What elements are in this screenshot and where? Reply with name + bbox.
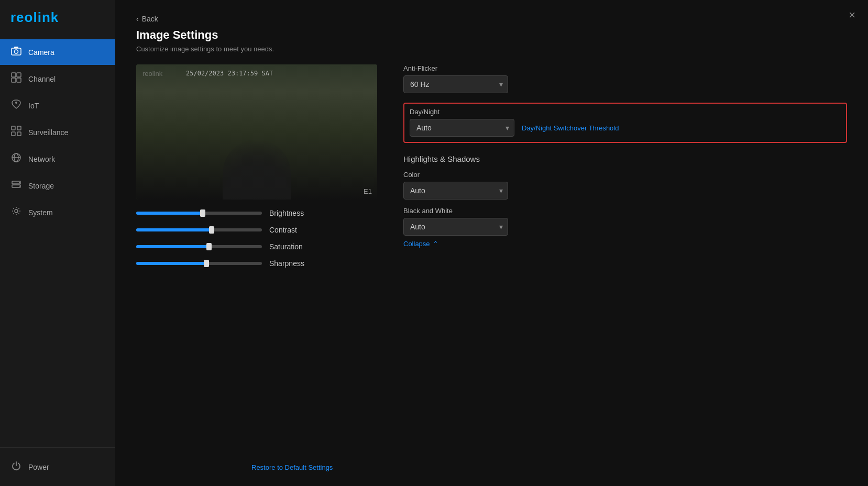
anti-flicker-group: Anti-Flicker 50 Hz 60 Hz Outdoor [403,64,847,93]
saturation-label: Saturation [269,242,311,251]
sidebar-bottom: Power [0,447,115,486]
sidebar-item-network-label: Network [28,155,55,163]
brightness-fill [136,212,203,215]
brightness-thumb[interactable] [200,209,205,217]
anti-flicker-select[interactable]: 50 Hz 60 Hz Outdoor [403,75,508,93]
svg-rect-4 [17,73,21,77]
highlights-shadows-title: Highlights & Shadows [403,154,847,163]
svg-point-17 [19,182,20,183]
camera-preview-section: reolink 25/02/2023 23:17:59 SAT E1 Brigh… [136,64,377,268]
svg-rect-3 [12,73,16,77]
right-panel: Anti-Flicker 50 Hz 60 Hz Outdoor Day/Nig… [403,64,847,248]
camera-preview-box: reolink 25/02/2023 23:17:59 SAT E1 [136,64,377,200]
preview-timestamp: 25/02/2023 23:17:59 SAT [186,70,377,77]
camera-icon [10,46,22,59]
day-night-label: Day/Night [410,108,841,116]
sidebar-item-storage-label: Storage [28,182,54,190]
sharpness-row: Sharpness [136,259,377,268]
color-label: Color [403,171,847,179]
sidebar-item-system-label: System [28,208,53,217]
content-row: reolink 25/02/2023 23:17:59 SAT E1 Brigh… [136,64,847,268]
svg-rect-10 [12,132,15,136]
svg-point-7 [15,102,17,104]
sharpness-slider[interactable] [136,262,262,265]
svg-rect-6 [17,78,21,82]
logo-re: re [10,9,25,25]
sidebar-item-system[interactable]: System [0,200,115,225]
page-title: Image Settings [136,28,847,42]
anti-flicker-select-wrapper: 50 Hz 60 Hz Outdoor [403,75,508,93]
sharpness-fill [136,262,206,265]
power-item[interactable]: Power [10,456,105,478]
color-select[interactable]: Auto Low Medium High [403,182,508,200]
svg-rect-0 [12,48,21,55]
black-white-select[interactable]: Auto Low Medium High [403,218,508,236]
svg-point-18 [19,186,20,187]
svg-point-19 [15,209,18,213]
sharpness-thumb[interactable] [204,260,209,267]
logo-text: reolink [10,9,59,26]
collapse-arrow-icon: ⌃ [433,240,438,248]
contrast-fill [136,228,212,231]
contrast-thumb[interactable] [209,226,214,234]
close-button[interactable]: × [849,9,855,21]
sidebar-item-surveillance[interactable]: Surveillance [0,119,115,145]
iot-icon [10,99,22,112]
restore-defaults-link[interactable]: Restore to Default Settings [251,463,333,471]
svg-rect-5 [12,78,16,82]
contrast-slider[interactable] [136,228,262,231]
sliders-section: Brightness Contrast Saturation [136,209,377,268]
svg-point-1 [15,50,18,53]
sidebar-item-storage[interactable]: Storage [0,173,115,198]
day-night-row: Auto Day Night Schedule Day/Night Switch… [410,119,841,137]
brightness-slider[interactable] [136,212,262,215]
contrast-label: Contrast [269,226,311,234]
anti-flicker-label: Anti-Flicker [403,64,847,72]
power-icon [10,460,22,473]
contrast-row: Contrast [136,226,377,234]
logo: reolink [0,0,115,35]
saturation-slider[interactable] [136,245,262,248]
sidebar-item-channel-label: Channel [28,75,56,83]
svg-rect-11 [17,132,21,136]
sidebar-item-channel[interactable]: Channel [0,66,115,92]
sidebar-item-camera[interactable]: Camera [0,39,115,65]
day-night-select-wrapper: Auto Day Night Schedule [410,119,514,137]
saturation-row: Saturation [136,242,377,251]
sidebar: reolink Camera Chan [0,0,115,486]
black-white-label: Black and White [403,207,847,215]
network-icon [10,152,22,165]
sidebar-item-network[interactable]: Network [0,146,115,172]
page-subtitle: Customize image settings to meet you nee… [136,45,847,53]
surveillance-icon [10,126,22,139]
storage-icon [10,179,22,192]
power-label: Power [28,463,49,471]
highlights-shadows-section: Highlights & Shadows Color Auto Low Medi… [403,154,847,248]
preview-camera-label: E1 [364,187,372,195]
collapse-label: Collapse [403,240,430,248]
day-night-select[interactable]: Auto Day Night Schedule [410,119,514,137]
sidebar-item-iot-label: IoT [28,102,39,110]
saturation-thumb[interactable] [206,243,212,250]
saturation-fill [136,245,209,248]
brightness-label: Brightness [269,209,311,217]
day-night-group: Day/Night Auto Day Night Schedule Day/Ni… [403,103,847,143]
collapse-link[interactable]: Collapse ⌃ [403,240,438,248]
sharpness-label: Sharpness [269,259,311,268]
logo-olink: olink [25,9,59,25]
back-link[interactable]: ‹ Back [136,15,847,23]
svg-rect-9 [17,126,21,130]
sidebar-item-iot[interactable]: IoT [0,93,115,118]
channel-icon [10,72,22,85]
color-select-wrapper: Auto Low Medium High [403,182,508,200]
sidebar-item-camera-label: Camera [28,48,54,57]
color-group: Color Auto Low Medium High [403,171,847,200]
black-white-select-wrapper: Auto Low Medium High [403,218,508,236]
preview-logo: reolink [142,70,162,78]
back-label: Back [142,15,158,23]
restore-defaults-container: Restore to Default Settings [251,463,333,471]
day-night-switchover-link[interactable]: Day/Night Switchover Threshold [522,124,619,132]
sidebar-item-surveillance-label: Surveillance [28,128,68,137]
system-icon [10,206,22,219]
svg-rect-2 [14,47,18,48]
